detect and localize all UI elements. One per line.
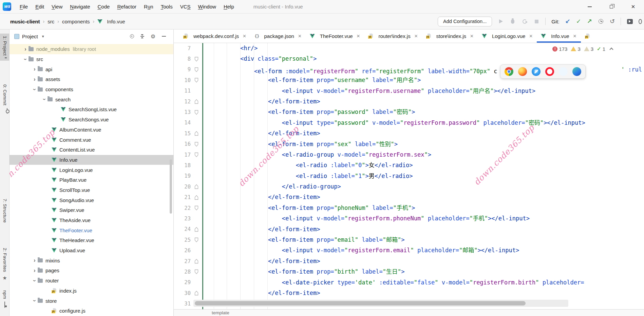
- menu-run[interactable]: Run: [140, 0, 157, 14]
- close-icon[interactable]: ✕: [298, 34, 302, 39]
- line-number[interactable]: 20: [174, 184, 191, 190]
- code-text[interactable]: <el-radio :label="1">男</el-radio>: [202, 171, 644, 181]
- tree-item-songaudio-vue[interactable]: SongAudio.vue: [10, 195, 173, 205]
- line-number[interactable]: 27: [174, 258, 191, 264]
- chevron-down-icon[interactable]: ›: [32, 86, 37, 93]
- fold-end-icon[interactable]: [194, 99, 198, 104]
- git-history-button[interactable]: [598, 18, 604, 24]
- line-number[interactable]: 18: [174, 162, 191, 169]
- opera-browser-icon[interactable]: [545, 67, 554, 76]
- stripe-item-2-favorites[interactable]: 2: Favorites★: [0, 245, 10, 283]
- close-icon[interactable]: ✕: [243, 34, 246, 39]
- chrome-browser-icon[interactable]: [505, 67, 513, 76]
- stripe-item-0-commit[interactable]: 0: Commit: [0, 82, 10, 111]
- stripe-item-7-structure[interactable]: 7: Structure: [0, 196, 10, 228]
- tree-item-theaside-vue[interactable]: TheAside.vue: [10, 215, 173, 225]
- tree-item-pages[interactable]: ›pages: [10, 265, 173, 276]
- tree-item-playbar-vue[interactable]: PlayBar.vue: [10, 175, 173, 185]
- menu-window[interactable]: Window: [194, 0, 220, 14]
- fold-start-icon[interactable]: [194, 269, 198, 274]
- line-number[interactable]: 9: [174, 66, 191, 73]
- git-commit-button[interactable]: ✓: [576, 18, 581, 24]
- code-text[interactable]: <el-input type="password" v-model="regis…: [202, 118, 644, 128]
- code-text[interactable]: <el-form-item prop="phoneNum" label="手机"…: [202, 203, 644, 213]
- chevron-down-icon[interactable]: ›: [23, 56, 28, 62]
- run-anything-button[interactable]: [627, 18, 633, 24]
- code-text[interactable]: </el-form-item>: [202, 96, 644, 107]
- tree-item-contentlist-vue[interactable]: ContentList.vue: [10, 145, 173, 155]
- tree-item-src[interactable]: ›src: [10, 54, 173, 64]
- hide-panel-button[interactable]: [162, 36, 166, 37]
- menu-vcs[interactable]: VCS: [176, 0, 194, 14]
- menu-file[interactable]: File: [16, 0, 32, 14]
- git-update-button[interactable]: ↙: [565, 18, 570, 24]
- tab-router-index-js[interactable]: JSrouter\index.js✕: [364, 29, 422, 43]
- line-number[interactable]: 16: [174, 141, 191, 147]
- tree-item-node-modules[interactable]: ›node_moduleslibrary root: [10, 44, 173, 54]
- chevron-down-icon[interactable]: ›: [32, 298, 37, 304]
- code-text[interactable]: <el-radio-group v-model="registerForm.se…: [202, 150, 644, 160]
- git-rollback-button[interactable]: ↺: [610, 18, 615, 24]
- tree-item-search[interactable]: ›search: [10, 94, 173, 104]
- stripe-item-npm[interactable]: npm: [0, 288, 10, 310]
- fold-start-icon[interactable]: [194, 152, 198, 157]
- code-editor[interactable]: 7<hr/>8<div class="personal">9 <el-form …: [174, 43, 644, 309]
- tree-item-info-vue[interactable]: Info.vue: [10, 155, 173, 165]
- line-number[interactable]: 8: [174, 56, 191, 62]
- collapse-all-button[interactable]: [140, 34, 144, 38]
- profile-button[interactable]: [522, 18, 528, 24]
- line-number[interactable]: 24: [174, 226, 191, 232]
- close-icon[interactable]: ✕: [573, 34, 577, 39]
- tab-store-index-js[interactable]: JSstore\index.js✕: [422, 29, 478, 43]
- menu-tools[interactable]: Tools: [157, 0, 176, 14]
- tree-item-searchsongs-vue[interactable]: SearchSongs.vue: [10, 115, 173, 125]
- fold-start-icon[interactable]: [194, 142, 198, 147]
- breadcrumb-item-info-vue[interactable]: Info.vue: [97, 19, 125, 24]
- tree-item-mixins[interactable]: ›mixins: [10, 255, 173, 265]
- line-number[interactable]: 11: [174, 88, 191, 94]
- breadcrumb-template[interactable]: template: [212, 310, 229, 315]
- menu-help[interactable]: Help: [220, 0, 238, 14]
- code-text[interactable]: <el-input v-model="registerForm.phoneNum…: [202, 213, 644, 224]
- tab-webpack-dev-conf-js[interactable]: JSwebpack.dev.conf.js✕: [179, 29, 250, 43]
- tab-info-vue[interactable]: Info.vue✕: [537, 29, 581, 43]
- fold-end-icon[interactable]: [194, 227, 198, 232]
- code-text[interactable]: </el-form-item>: [202, 256, 644, 266]
- chevron-down-icon[interactable]: ›: [42, 96, 47, 102]
- code-text[interactable]: <el-input v-model="registerForm.email" p…: [202, 245, 644, 256]
- tree-item-theheader-vue[interactable]: TheHeader.vue: [10, 235, 173, 245]
- tree-item-index-js[interactable]: JSindex.js: [10, 286, 173, 296]
- close-icon[interactable]: ✕: [357, 34, 360, 39]
- line-number[interactable]: 30: [174, 290, 191, 296]
- chevron-right-icon[interactable]: ›: [32, 77, 38, 82]
- minimize-button[interactable]: [579, 0, 601, 14]
- tree-item-scrolltop-vue[interactable]: ScrollTop.vue: [10, 185, 173, 195]
- git-push-button[interactable]: ↗: [587, 18, 592, 24]
- tree-item-comment-vue[interactable]: Comment.vue: [10, 135, 173, 145]
- line-number[interactable]: 29: [174, 279, 191, 285]
- code-text[interactable]: <el-date-picker type='date' :editable="f…: [202, 277, 644, 288]
- menu-navigate[interactable]: Navigate: [66, 0, 94, 14]
- locate-file-button[interactable]: [130, 34, 134, 38]
- tree-item-components[interactable]: ›components: [10, 84, 173, 95]
- fold-start-icon[interactable]: [194, 57, 198, 62]
- chevron-right-icon[interactable]: ›: [32, 67, 38, 72]
- chevron-down-icon[interactable]: ›: [32, 278, 37, 284]
- tab-package-json[interactable]: {}package.json✕: [250, 29, 306, 43]
- line-number[interactable]: 17: [174, 152, 191, 158]
- code-text[interactable]: <el-radio :label="0">女</el-radio>: [202, 160, 644, 171]
- tree-item-swiper-vue[interactable]: Swiper.vue: [10, 205, 173, 215]
- line-number[interactable]: 12: [174, 99, 191, 105]
- tree-item-upload-vue[interactable]: Upload.vue: [10, 245, 173, 256]
- tab-partial[interactable]: JS: [581, 29, 593, 43]
- tree-item-assets[interactable]: ›assets: [10, 74, 173, 84]
- inspections-widget[interactable]: !173 3 3 ✓1: [550, 45, 615, 53]
- firefox-browser-icon[interactable]: [518, 67, 527, 76]
- tree-item-store[interactable]: ›store: [10, 296, 173, 306]
- menu-refactor[interactable]: Refactor: [113, 0, 140, 14]
- code-text[interactable]: </el-form-item>: [202, 128, 644, 139]
- breadcrumb-item-src[interactable]: src: [48, 19, 54, 24]
- code-text[interactable]: </el-form-item>: [202, 224, 644, 235]
- chevron-right-icon[interactable]: ›: [22, 47, 29, 52]
- tree-item-loginlogo-vue[interactable]: LoginLogo.vue: [10, 165, 173, 175]
